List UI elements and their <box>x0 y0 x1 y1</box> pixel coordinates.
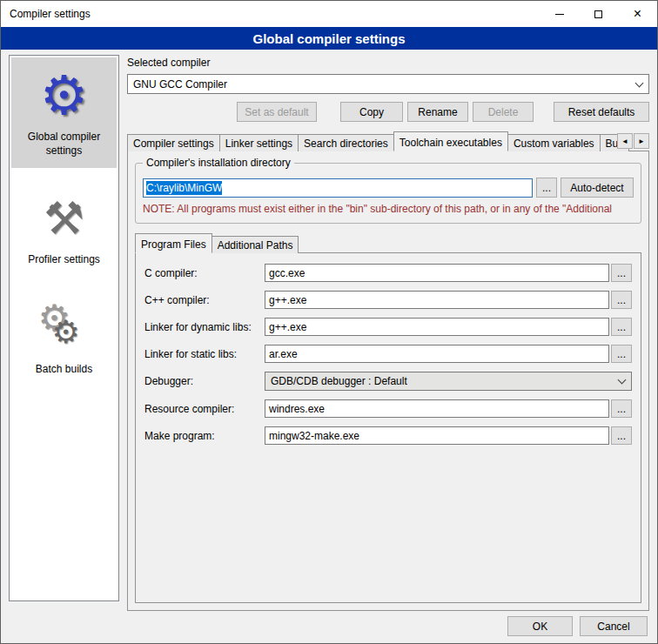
cpp-compiler-input[interactable]: g++.exe <box>265 291 609 309</box>
titlebar: Compiler settings × <box>1 1 657 27</box>
delete-button: Delete <box>473 102 534 122</box>
dialog-header-title: Global compiler settings <box>252 31 405 46</box>
tab-search-directories[interactable]: Search directories <box>298 134 394 151</box>
gear-blue-icon: ⚙ <box>40 66 89 125</box>
settings-category-sidebar: ⚙ Global compiler settings ⚒ Profiler se… <box>9 55 119 601</box>
dialog-header: Global compiler settings <box>1 27 657 50</box>
browse-cpp-compiler-button[interactable]: ... <box>611 291 632 309</box>
program-files-tabstrip: Program Files Additional Paths <box>135 234 641 253</box>
tab-compiler-settings[interactable]: Compiler settings <box>127 134 220 151</box>
tab-scroll-arrows: ◄ ► <box>617 133 649 149</box>
auto-detect-button[interactable]: Auto-detect <box>561 178 634 198</box>
selected-compiler-label: Selected compiler <box>127 57 649 69</box>
browse-dynamic-linker-button[interactable]: ... <box>611 318 632 336</box>
browse-c-compiler-button[interactable]: ... <box>611 264 632 282</box>
copy-button[interactable]: Copy <box>340 102 403 122</box>
tab-program-files[interactable]: Program Files <box>135 233 212 253</box>
installation-directory-row: C:\raylib\MinGW ... Auto-detect <box>143 178 634 198</box>
minimize-icon <box>555 14 564 15</box>
field-row-c-compiler: C compiler: gcc.exe ... <box>144 264 632 282</box>
ok-button[interactable]: OK <box>507 616 573 636</box>
tab-scroll-right-icon[interactable]: ► <box>634 133 649 149</box>
gears-gray-icon: ⚙ ⚙ <box>37 299 92 358</box>
field-label: Resource compiler: <box>144 403 265 415</box>
selected-compiler-value: GNU GCC Compiler <box>133 78 227 91</box>
input-value: gcc.exe <box>269 267 305 279</box>
tab-custom-variables[interactable]: Custom variables <box>507 134 601 151</box>
sidebar-item-global-compiler-settings[interactable]: ⚙ Global compiler settings <box>11 57 117 168</box>
installation-directory-group-title: Compiler's installation directory <box>143 157 294 169</box>
c-compiler-input[interactable]: gcc.exe <box>265 264 609 282</box>
reset-defaults-button[interactable]: Reset defaults <box>554 102 649 122</box>
sidebar-item-batch-builds[interactable]: ⚙ ⚙ Batch builds <box>11 290 117 387</box>
debugger-value: GDB/CDB debugger : Default <box>271 375 407 387</box>
field-label: Linker for static libs: <box>144 348 265 360</box>
rename-button[interactable]: Rename <box>407 102 468 122</box>
input-value: g++.exe <box>269 321 306 333</box>
maximize-button[interactable] <box>579 1 618 27</box>
browse-static-linker-button[interactable]: ... <box>611 345 632 363</box>
browse-directory-button[interactable]: ... <box>536 178 557 198</box>
tab-toolchain-executables[interactable]: Toolchain executables <box>393 131 508 151</box>
note-text: NOTE: All programs must exist either in … <box>143 203 634 215</box>
field-row-make-program: Make program: mingw32-make.exe ... <box>144 426 632 445</box>
installation-directory-group: Compiler's installation directory C:\ray… <box>135 163 641 224</box>
profiler-tool-icon: ⚒ <box>44 189 84 248</box>
input-value: g++.exe <box>269 294 306 306</box>
field-label: Linker for dynamic libs: <box>144 321 265 333</box>
chevron-down-icon <box>613 373 630 389</box>
cancel-button[interactable]: Cancel <box>580 616 648 636</box>
input-value: mingw32-make.exe <box>269 430 359 442</box>
sidebar-item-profiler-settings[interactable]: ⚒ Profiler settings <box>11 180 117 278</box>
field-label: C compiler: <box>144 267 265 279</box>
selected-compiler-select[interactable]: GNU GCC Compiler <box>127 74 649 94</box>
field-row-cpp-compiler: C++ compiler: g++.exe ... <box>144 291 632 309</box>
close-button[interactable]: × <box>618 1 657 27</box>
field-row-static-linker: Linker for static libs: ar.exe ... <box>144 345 632 363</box>
dialog-footer: OK Cancel <box>507 616 648 636</box>
sidebar-item-label: Batch builds <box>36 363 92 377</box>
compiler-actions: Set as default Copy Rename Delete Reset … <box>127 102 649 122</box>
gears-stack: ⚙ ⚙ <box>37 300 92 356</box>
tab-scroll-left-icon[interactable]: ◄ <box>617 133 633 149</box>
installation-directory-value: C:\raylib\MinGW <box>146 181 222 195</box>
maximize-icon <box>594 10 602 18</box>
field-label: Make program: <box>144 430 265 442</box>
browse-make-program-button[interactable]: ... <box>611 426 632 445</box>
browse-resource-compiler-button[interactable]: ... <box>611 399 632 418</box>
toolchain-executables-page: Compiler's installation directory C:\ray… <box>127 151 649 611</box>
field-label: Debugger: <box>144 375 265 387</box>
field-label: C++ compiler: <box>144 294 265 306</box>
installation-directory-input[interactable]: C:\raylib\MinGW <box>143 178 533 198</box>
sidebar-item-label: Profiler settings <box>28 253 100 267</box>
field-row-dynamic-linker: Linker for dynamic libs: g++.exe ... <box>144 318 632 336</box>
input-value: ar.exe <box>269 348 298 360</box>
settings-tabstrip: Compiler settings Linker settings Search… <box>127 131 649 151</box>
close-icon: × <box>634 7 641 21</box>
gear-glyph: ⚙ <box>40 69 89 123</box>
gear-glyph: ⚙ <box>52 314 80 351</box>
tab-linker-settings[interactable]: Linker settings <box>219 134 299 151</box>
dynamic-linker-input[interactable]: g++.exe <box>265 318 609 336</box>
tab-additional-paths[interactable]: Additional Paths <box>212 236 299 253</box>
program-files-page: C compiler: gcc.exe ... C++ compiler: g+… <box>135 252 641 603</box>
minimize-button[interactable] <box>540 1 579 27</box>
static-linker-input[interactable]: ar.exe <box>265 345 609 363</box>
chevron-down-icon <box>630 76 648 92</box>
hammer-glyph: ⚒ <box>44 196 84 241</box>
field-row-resource-compiler: Resource compiler: windres.exe ... <box>144 399 632 418</box>
input-value: windres.exe <box>269 403 325 415</box>
debugger-select[interactable]: GDB/CDB debugger : Default <box>265 372 632 391</box>
field-row-debugger: Debugger: GDB/CDB debugger : Default <box>144 372 632 391</box>
compiler-settings-dialog: Compiler settings × Global compiler sett… <box>0 0 658 644</box>
main-panel: Selected compiler GNU GCC Compiler Set a… <box>127 55 649 643</box>
set-as-default-button: Set as default <box>237 102 317 122</box>
resource-compiler-input[interactable]: windres.exe <box>265 399 609 418</box>
window-title: Compiler settings <box>1 8 540 20</box>
make-program-input[interactable]: mingw32-make.exe <box>265 426 609 445</box>
window-controls: × <box>540 1 657 27</box>
sidebar-item-label: Global compiler settings <box>13 131 115 158</box>
